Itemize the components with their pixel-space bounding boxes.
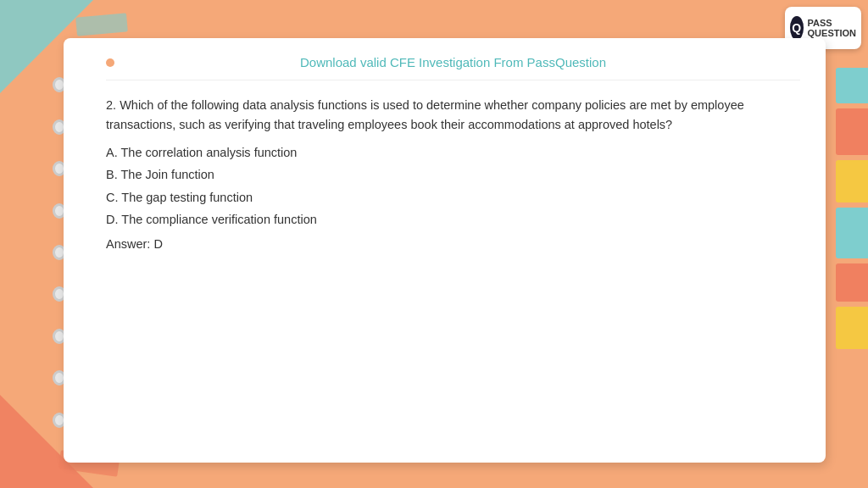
tab-orange2 — [836, 263, 868, 302]
logo-text-block: PASS QUESTION — [808, 18, 856, 38]
card-header: Download valid CFE Investigation From Pa… — [106, 55, 800, 80]
option-b-text: The Join function — [120, 168, 214, 181]
option-b-label: B. — [106, 168, 120, 181]
header-bullet — [106, 58, 114, 67]
option-d: D. The compliance verification function — [106, 208, 800, 230]
tab-yellow — [836, 160, 868, 202]
right-tab-decorations — [836, 68, 868, 349]
option-b: B. The Join function — [106, 164, 800, 186]
answer-line: Answer: D — [106, 237, 800, 251]
tab-orange — [836, 108, 868, 155]
option-d-label: D. — [106, 213, 121, 226]
tape-top-left — [75, 13, 128, 36]
option-a-text: The correlation analysis function — [120, 146, 297, 159]
option-a: A. The correlation analysis function — [106, 141, 800, 164]
tab-teal2 — [836, 208, 868, 258]
option-c-text: The gap testing function — [121, 191, 253, 204]
logo-icon: Q — [790, 16, 804, 40]
answer-label: Answer: — [106, 237, 150, 251]
header-title: Download valid CFE Investigation From Pa… — [300, 55, 606, 69]
tab-yellow2 — [836, 307, 868, 349]
question-number: 2. — [106, 98, 116, 112]
logo-letter: Q — [792, 21, 801, 35]
logo-question-text: QUESTION — [808, 28, 856, 38]
answer-value: D — [153, 237, 162, 251]
option-c: C. The gap testing function — [106, 186, 800, 208]
option-d-text: The compliance verification function — [121, 213, 317, 226]
logo-pass-text: PASS — [808, 18, 856, 28]
tab-teal — [836, 68, 868, 103]
option-a-label: A. — [106, 146, 120, 159]
question-body: 2. Which of the following data analysis … — [106, 96, 800, 251]
question-text: 2. Which of the following data analysis … — [106, 96, 800, 135]
option-c-label: C. — [106, 191, 121, 204]
main-card: Download valid CFE Investigation From Pa… — [64, 38, 826, 463]
question-content: Which of the following data analysis fun… — [106, 98, 744, 131]
